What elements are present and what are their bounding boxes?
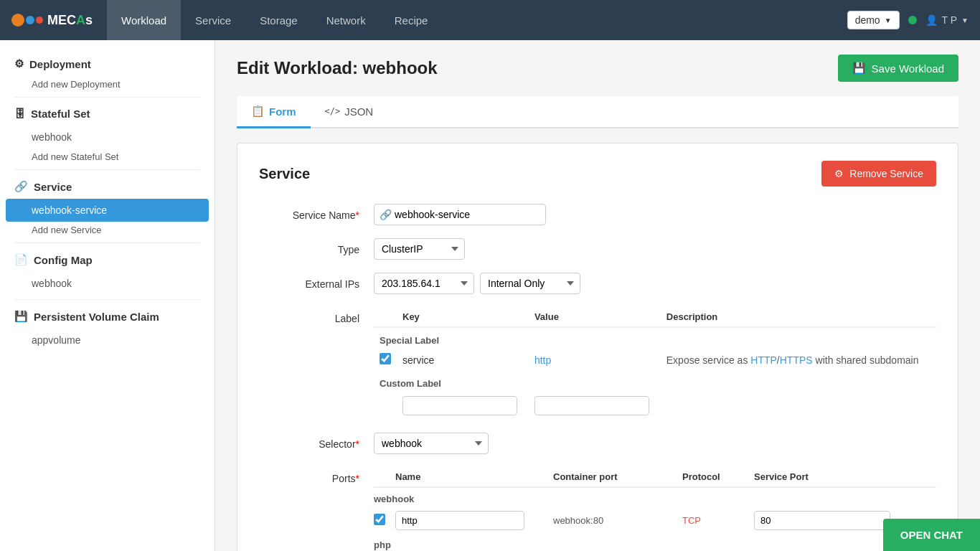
service-card: Service ⚙ Remove Service Service Name* 🔗… [237, 143, 958, 551]
logo-red [36, 17, 43, 24]
sidebar-configmap-label: Config Map [34, 254, 93, 266]
user-icon: 👤 [925, 14, 938, 26]
navbar: MECAs Workload Service Storage Network R… [0, 0, 980, 40]
service-name-row: Service Name* 🔗 [259, 204, 936, 225]
add-deployment-link[interactable]: Add new Deployment [0, 76, 215, 93]
user-chevron-icon: ▼ [961, 17, 969, 24]
service-header: Service ⚙ Remove Service [259, 161, 936, 187]
port-http-checkbox[interactable] [374, 514, 385, 525]
ports-col-check [374, 471, 395, 482]
table-row [374, 392, 936, 420]
external-ips-row: External IPs 203.185.64.1 Internal Only … [259, 273, 936, 294]
https-link[interactable]: HTTPS [780, 354, 813, 366]
open-chat-button[interactable]: OPEN CHAT [883, 519, 980, 551]
main-content: Edit Workload: webhook 💾 Save Workload 📋… [215, 40, 980, 551]
external-ips-label: External IPs [259, 273, 374, 290]
add-service-link[interactable]: Add new Service [0, 222, 215, 238]
ports-wrapper: Name Container port Protocol Service Por… [374, 467, 936, 551]
port-http-service-input[interactable] [754, 511, 890, 530]
service-name-input[interactable] [374, 204, 546, 225]
ports-col-name: Name [395, 471, 553, 482]
label-col-desc: Description [661, 307, 936, 327]
nav-storage[interactable]: Storage [245, 0, 312, 40]
hdd-icon: 💾 [14, 310, 28, 323]
remove-service-button[interactable]: ⚙ Remove Service [821, 161, 936, 187]
page-wrapper: ⚙ Deployment Add new Deployment 🗄 Statef… [0, 40, 980, 551]
form-icon: 📋 [251, 105, 265, 118]
type-select[interactable]: ClusterIP NodePort LoadBalancer [374, 238, 465, 260]
save-icon: 💾 [852, 62, 866, 75]
tab-json[interactable]: </> JSON [311, 96, 388, 128]
sidebar-section-statefulset: 🗄 Stateful Set [0, 102, 215, 126]
sidebar-section-service: 🔗 Service [0, 174, 215, 199]
header-row: Edit Workload: webhook 💾 Save Workload [237, 55, 958, 82]
sidebar-statefulset-label: Stateful Set [31, 108, 90, 120]
selector-select[interactable]: webhook [374, 433, 489, 454]
logo-blue [26, 16, 34, 24]
brand-logo: MECAs [11, 13, 93, 28]
label-table: Key Value Description Special Label [374, 307, 936, 420]
port-http-protocol: TCP [682, 515, 754, 526]
external-ips-controls: 203.185.64.1 Internal Only External [374, 273, 580, 294]
doc-icon: 📄 [14, 253, 28, 266]
service-name-input-wrapper: 🔗 [374, 204, 546, 225]
port-group-webhook: webhook [374, 488, 936, 507]
page-title: Edit Workload: webhook [237, 58, 438, 78]
gear-icon: ⚙ [14, 57, 24, 70]
service-section-title: Service [259, 166, 310, 182]
sidebar-item-webhook-service[interactable]: webhook-service [6, 199, 209, 222]
add-statefulset-link[interactable]: Add new Stateful Set [0, 149, 215, 165]
nav-recipe[interactable]: Recipe [380, 0, 443, 40]
ports-col-protocol: Protocol [682, 471, 754, 482]
custom-label-key-input[interactable] [402, 396, 517, 415]
label-table-wrapper: Key Value Description Special Label [374, 307, 936, 420]
sidebar-service-label: Service [34, 181, 72, 193]
sidebar-item-appvolume[interactable]: appvolume [0, 329, 215, 352]
user-label: T P [942, 14, 958, 26]
type-row: Type ClusterIP NodePort LoadBalancer [259, 238, 936, 260]
special-label-key: service [397, 349, 529, 371]
special-label-checkbox[interactable] [380, 353, 391, 364]
gear-remove-icon: ⚙ [834, 168, 844, 179]
status-dot [908, 16, 917, 24]
code-icon: </> [325, 106, 341, 116]
port-http-name-input[interactable] [395, 511, 524, 530]
selector-label: Selector* [259, 433, 374, 450]
external-ip-mode-select[interactable]: Internal Only External [480, 273, 580, 294]
chevron-down-icon: ▼ [885, 17, 892, 24]
ports-col-container: Container port [553, 471, 682, 482]
sidebar-pvc-label: Persistent Volume Claim [34, 311, 159, 323]
ports-col-service: Service Port [754, 471, 936, 482]
tab-form[interactable]: 📋 Form [237, 96, 311, 128]
save-workload-button[interactable]: 💾 Save Workload [838, 55, 958, 82]
sidebar: ⚙ Deployment Add new Deployment 🗄 Statef… [0, 40, 215, 551]
nav-links: Workload Service Storage Network Recipe [107, 0, 847, 40]
special-label-value: http [529, 349, 661, 371]
divider-1 [14, 97, 200, 98]
selector-row: Selector* webhook [259, 433, 936, 454]
remove-service-label: Remove Service [849, 168, 923, 179]
demo-dropdown[interactable]: demo ▼ [847, 11, 900, 29]
nav-network[interactable]: Network [312, 0, 380, 40]
custom-label-value-input[interactable] [534, 396, 649, 415]
divider-2 [14, 169, 200, 170]
sidebar-item-webhook-statefulset[interactable]: webhook [0, 126, 215, 149]
sidebar-deployment-label: Deployment [29, 58, 91, 70]
ports-row: Ports* Name Container port Protocol Serv… [259, 467, 936, 551]
nav-service[interactable]: Service [181, 0, 245, 40]
external-ip-select[interactable]: 203.185.64.1 [374, 273, 474, 294]
port-group-php: php [374, 534, 936, 551]
divider-4 [14, 299, 200, 300]
ports-header: Name Container port Protocol Service Por… [374, 467, 936, 488]
sidebar-section-pvc: 💾 Persistent Volume Claim [0, 304, 215, 329]
sidebar-item-webhook-configmap[interactable]: webhook [0, 272, 215, 295]
nav-workload[interactable]: Workload [107, 0, 181, 40]
label-col-check [374, 307, 397, 327]
label-row: Label Key Value Description [259, 307, 936, 420]
brand-text: MECAs [47, 13, 93, 28]
link-icon: 🔗 [14, 180, 28, 193]
demo-label: demo [855, 14, 880, 26]
user-menu[interactable]: 👤 T P ▼ [925, 14, 969, 26]
http-link[interactable]: HTTP [750, 354, 777, 366]
divider-3 [14, 242, 200, 243]
